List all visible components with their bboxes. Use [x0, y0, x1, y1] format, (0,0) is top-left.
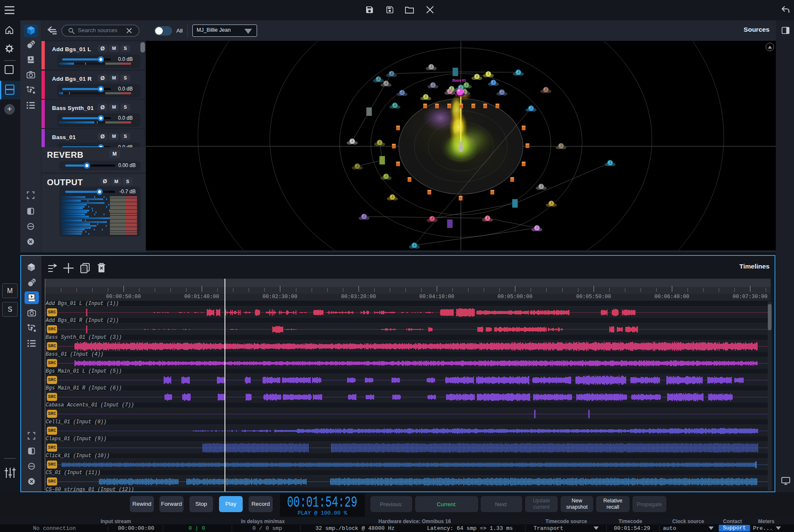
svg-text:00:01:54:29: 00:01:54:29	[287, 494, 357, 510]
svg-text:Bass 01: Bass 01	[452, 78, 466, 82]
